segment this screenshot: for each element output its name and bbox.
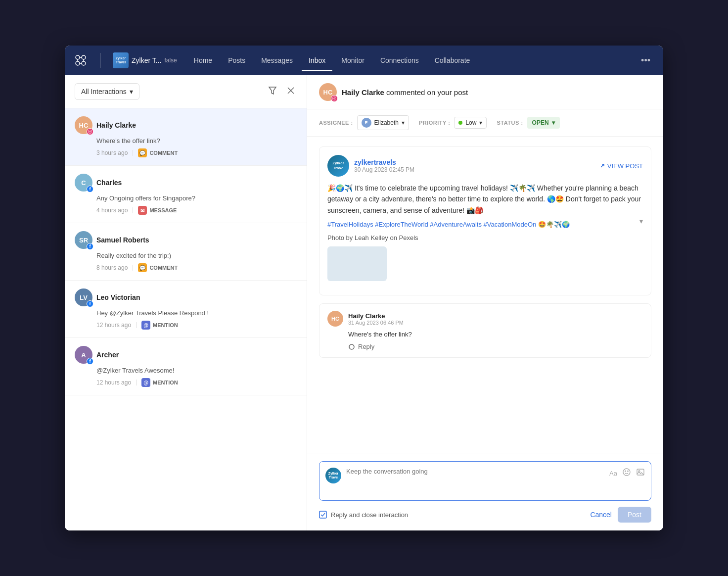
- list-item[interactable]: LV f Leo Victorian Hey @Zylker Travels P…: [65, 281, 307, 338]
- assignee-chevron-icon: ▾: [402, 119, 405, 126]
- priority-dot-icon: [458, 121, 462, 125]
- nav-item-collaborate[interactable]: Collaborate: [428, 52, 477, 68]
- top-nav: ZylkerTravel Zylker T... false Home Post…: [65, 46, 663, 75]
- cancel-button[interactable]: Cancel: [590, 511, 612, 519]
- svg-point-0: [76, 55, 80, 59]
- post-date: 30 Aug 2023 02:45 PM: [354, 166, 594, 173]
- svg-rect-23: [319, 511, 326, 518]
- comment-type-icon: 💬: [138, 148, 147, 157]
- mention-type-icon: @: [141, 321, 150, 330]
- brand-logo: ZylkerTravel: [113, 52, 129, 68]
- assignee-section: ASSIGNEE : E Elizabeth ▾: [319, 115, 409, 130]
- reply-user-avatar: ZylkerTrave: [325, 468, 341, 483]
- panel-meta: ASSIGNEE : E Elizabeth ▾ PRIORITY : Low …: [307, 109, 663, 137]
- comment-section: HC Haily Clarke 31 Aug 2023 06:46 PM Whe…: [319, 303, 651, 358]
- nav-brand[interactable]: ZylkerTravel Zylker T... false: [113, 52, 177, 68]
- user-name: Charles: [96, 179, 122, 187]
- interaction-user: A f Archer: [75, 346, 297, 364]
- status-button[interactable]: OPEN ▾: [527, 117, 560, 129]
- assignee-button[interactable]: E Elizabeth ▾: [357, 115, 409, 130]
- avatar: C f: [75, 174, 92, 192]
- comment-author: HC Haily Clarke 31 Aug 2023 06:46 PM: [327, 311, 643, 327]
- post-collapse-button[interactable]: ▾: [639, 217, 643, 225]
- filter-icon-button[interactable]: [266, 84, 279, 99]
- meta-type: 💬 COMMENT: [138, 148, 178, 157]
- svg-point-12: [90, 131, 91, 133]
- nav-item-inbox[interactable]: Inbox: [302, 52, 332, 68]
- interaction-meta: 12 hours ago @ MENTION: [75, 378, 297, 387]
- type-label: MESSAGE: [149, 207, 177, 213]
- svg-point-13: [91, 131, 91, 131]
- svg-point-20: [628, 471, 629, 472]
- nav-item-monitor[interactable]: Monitor: [334, 52, 371, 68]
- type-label: COMMENT: [149, 150, 178, 156]
- interaction-meta: 3 hours ago 💬 COMMENT: [75, 148, 297, 157]
- nav-logo-area: ZylkerTravel Zylker T... false: [73, 52, 177, 68]
- image-button[interactable]: [636, 468, 645, 479]
- platform-badge-instagram: [87, 128, 93, 135]
- interaction-user: LV f Leo Victorian: [75, 288, 297, 306]
- post-button[interactable]: Post: [618, 507, 651, 523]
- list-item[interactable]: SR f Samuel Roberts Really excited for t…: [65, 223, 307, 281]
- emoji-button[interactable]: [622, 468, 631, 479]
- interaction-message: Any Ongoing offers for Singapore?: [75, 194, 297, 202]
- reply-close-label: Reply and close interaction: [331, 511, 408, 519]
- avatar: A f: [75, 346, 92, 364]
- nav-item-messages[interactable]: Messages: [254, 52, 300, 68]
- interaction-message: @Zylker Travels Awesome!: [75, 367, 297, 374]
- platform-badge-facebook: f: [87, 243, 93, 250]
- view-post-label: VIEW POST: [607, 162, 643, 170]
- reply-footer: Reply and close interaction Cancel Post: [319, 507, 651, 523]
- comment-author-info: Haily Clarke 31 Aug 2023 06:46 PM: [348, 312, 404, 326]
- interaction-user: SR f Samuel Roberts: [75, 231, 297, 249]
- type-label: MENTION: [153, 380, 178, 385]
- svg-point-19: [625, 471, 626, 472]
- close-sidebar-button[interactable]: [285, 85, 297, 98]
- meta-time: 4 hours ago: [96, 207, 128, 214]
- nav-item-posts[interactable]: Posts: [221, 52, 252, 68]
- list-item[interactable]: C f Charles Any Ongoing offers for Singa…: [65, 166, 307, 223]
- filter-dropdown[interactable]: All Interactions ▾: [75, 83, 139, 100]
- view-post-button[interactable]: VIEW POST: [599, 162, 643, 170]
- nav-more-button[interactable]: •••: [636, 51, 655, 70]
- nav-item-connections[interactable]: Connections: [373, 52, 426, 68]
- meta-time: 12 hours ago: [96, 379, 131, 386]
- reply-textarea[interactable]: [346, 468, 604, 482]
- right-panel: HC Haily Clarke commented on your post: [307, 75, 663, 530]
- nav-items: Home Posts Messages Inbox Monitor Connec…: [187, 52, 636, 68]
- list-item[interactable]: HC Haily Clarke Where's the offer: [65, 108, 307, 166]
- user-name: Haily Clarke: [96, 121, 136, 129]
- reply-button[interactable]: Reply: [327, 343, 374, 350]
- user-name: Samuel Roberts: [96, 236, 149, 244]
- avatar: LV f: [75, 288, 92, 306]
- panel-header: HC Haily Clarke commented on your post: [307, 75, 663, 109]
- post-author: ZylkerTrave zylkertravels 30 Aug 2023 02…: [327, 155, 643, 177]
- priority-value: Low: [465, 119, 476, 126]
- status-value: OPEN: [532, 119, 549, 126]
- nav-divider: [100, 53, 101, 68]
- priority-button[interactable]: Low ▾: [454, 117, 487, 129]
- comment-type-icon: 💬: [138, 263, 147, 272]
- post-author-name: zylkertravels: [354, 158, 594, 166]
- message-type-icon: ✉: [138, 206, 147, 215]
- app-window: ZylkerTravel Zylker T... false Home Post…: [65, 46, 663, 530]
- svg-point-17: [349, 344, 354, 349]
- interaction-user: C f Charles: [75, 174, 297, 192]
- post-text: 🎉🌍✈️ It's time to celebrate the upcoming…: [327, 183, 643, 216]
- svg-point-15: [334, 98, 335, 99]
- list-item[interactable]: A f Archer @Zylker Travels Awesome! 12 h…: [65, 338, 307, 395]
- header-platform-badge: [331, 95, 338, 102]
- reply-close-check[interactable]: Reply and close interaction: [319, 511, 408, 519]
- nav-item-home[interactable]: Home: [187, 52, 219, 68]
- post-author-avatar: ZylkerTrave: [327, 155, 349, 177]
- meta-time: 12 hours ago: [96, 322, 131, 329]
- interaction-meta: 12 hours ago @ MENTION: [75, 321, 297, 330]
- filter-chevron-icon: ▾: [130, 88, 133, 96]
- post-author-info: zylkertravels 30 Aug 2023 02:45 PM: [354, 158, 594, 173]
- avatar: HC: [75, 116, 92, 134]
- text-format-button[interactable]: Aa: [609, 469, 617, 478]
- comment-author-name: Haily Clarke: [348, 312, 404, 320]
- assignee-avatar: E: [362, 118, 371, 128]
- status-label: STATUS :: [497, 120, 523, 126]
- main-content: All Interactions ▾: [65, 75, 663, 530]
